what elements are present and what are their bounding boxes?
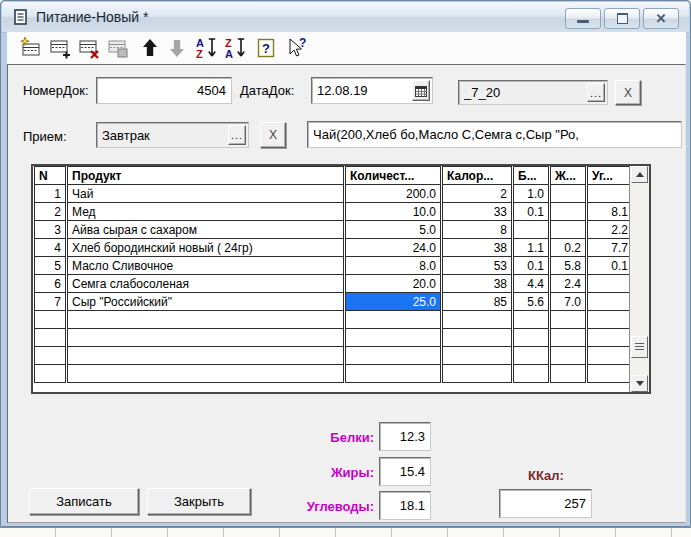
table-cell-empty[interactable]: [550, 347, 586, 365]
column-header[interactable]: Б...: [513, 166, 549, 185]
move-up-icon[interactable]: [138, 36, 162, 60]
table-cell[interactable]: [513, 221, 549, 239]
table-cell[interactable]: 2: [442, 185, 512, 203]
close-window-button[interactable]: Закрыть: [147, 488, 251, 515]
table-cell-empty[interactable]: [442, 329, 512, 347]
table-cell-empty[interactable]: [587, 365, 633, 383]
column-header[interactable]: Продукт: [67, 166, 344, 185]
table-cell[interactable]: 25.0: [345, 293, 441, 311]
table-cell-empty[interactable]: [34, 347, 66, 365]
table-cell[interactable]: 38: [442, 239, 512, 257]
meal-input[interactable]: [99, 125, 228, 145]
table-cell[interactable]: 85: [442, 293, 512, 311]
table-cell[interactable]: 8.1: [587, 203, 633, 221]
table-cell[interactable]: 0.1: [587, 257, 633, 275]
close-button[interactable]: ✕: [643, 8, 679, 29]
table-cell-empty[interactable]: [587, 347, 633, 365]
table-cell[interactable]: 7.7: [587, 239, 633, 257]
meal-clear-button[interactable]: X: [260, 122, 286, 148]
table-cell[interactable]: 0.1: [513, 257, 549, 275]
table-cell[interactable]: 1.0: [513, 185, 549, 203]
table-cell[interactable]: Хлеб бородинский новый ( 24гр): [67, 239, 344, 257]
table-cell[interactable]: 7.0: [550, 293, 586, 311]
table-cell[interactable]: 33: [442, 203, 512, 221]
table-cell-empty[interactable]: [67, 329, 344, 347]
table-cell[interactable]: Масло Сливочное: [67, 257, 344, 275]
table-cell[interactable]: 5.0: [345, 221, 441, 239]
table-cell[interactable]: 3: [34, 221, 66, 239]
table-cell[interactable]: 53: [442, 257, 512, 275]
table-cell[interactable]: Сыр "Российский": [67, 293, 344, 311]
sort-ascending-icon[interactable]: A Z: [195, 36, 219, 60]
ration-clear-button[interactable]: X: [615, 80, 641, 105]
column-header[interactable]: N: [34, 166, 66, 185]
table-cell[interactable]: 0.1: [513, 203, 549, 221]
table-cell-empty[interactable]: [345, 329, 441, 347]
table-cell-empty[interactable]: [513, 329, 549, 347]
table-cell[interactable]: 0.2: [550, 239, 586, 257]
table-cell[interactable]: 38: [442, 275, 512, 293]
column-header[interactable]: Уг...: [587, 166, 633, 185]
ration-code-input[interactable]: [461, 83, 587, 102]
doc-date-input[interactable]: [314, 80, 410, 101]
table-cell[interactable]: Мед: [67, 203, 344, 221]
table-cell[interactable]: Чай: [67, 185, 344, 203]
scrollbar-thumb[interactable]: [631, 336, 648, 358]
table-cell[interactable]: [587, 185, 633, 203]
calendar-button[interactable]: [412, 80, 430, 101]
table-cell-empty[interactable]: [345, 365, 441, 383]
title-bar[interactable]: Питание-Новый * ✕: [2, 2, 689, 33]
vertical-scrollbar[interactable]: [629, 166, 649, 392]
ration-browse-button[interactable]: ...: [587, 83, 605, 102]
table-cell-empty[interactable]: [345, 311, 441, 329]
table-cell-empty[interactable]: [587, 311, 633, 329]
table-cell-empty[interactable]: [34, 365, 66, 383]
table-cell[interactable]: 5.8: [550, 257, 586, 275]
table-cell[interactable]: Айва сырая с сахаром: [67, 221, 344, 239]
table-cell-empty[interactable]: [587, 329, 633, 347]
table-cell-empty[interactable]: [345, 347, 441, 365]
new-record-icon[interactable]: [19, 36, 43, 60]
context-help-icon[interactable]: ?: [284, 36, 308, 60]
table-cell[interactable]: 5.6: [513, 293, 549, 311]
sort-descending-icon[interactable]: Z A: [224, 36, 248, 60]
save-button[interactable]: Записать: [29, 488, 139, 515]
composition-input[interactable]: [310, 124, 679, 145]
table-cell[interactable]: 2.2: [587, 221, 633, 239]
table-cell[interactable]: 4: [34, 239, 66, 257]
scroll-up-button[interactable]: [631, 166, 648, 183]
table-cell[interactable]: 6: [34, 275, 66, 293]
table-cell[interactable]: 24.0: [345, 239, 441, 257]
table-cell[interactable]: 200.0: [345, 185, 441, 203]
column-header[interactable]: Количест...: [345, 166, 441, 185]
table-cell[interactable]: [550, 203, 586, 221]
table-cell-empty[interactable]: [513, 365, 549, 383]
table-cell-empty[interactable]: [67, 311, 344, 329]
table-cell[interactable]: 4.4: [513, 275, 549, 293]
meal-browse-button[interactable]: ...: [228, 125, 246, 145]
table-cell[interactable]: 1: [34, 185, 66, 203]
table-cell-empty[interactable]: [513, 347, 549, 365]
table-cell-empty[interactable]: [34, 329, 66, 347]
table-cell[interactable]: 2.4: [550, 275, 586, 293]
table-cell-empty[interactable]: [550, 365, 586, 383]
table-cell[interactable]: 5: [34, 257, 66, 275]
table-cell[interactable]: [550, 185, 586, 203]
table-cell[interactable]: 8.0: [345, 257, 441, 275]
table-cell-empty[interactable]: [442, 365, 512, 383]
table-cell-empty[interactable]: [442, 311, 512, 329]
table-cell[interactable]: 10.0: [345, 203, 441, 221]
table-cell[interactable]: 7: [34, 293, 66, 311]
table-cell[interactable]: [587, 275, 633, 293]
table-cell-empty[interactable]: [34, 311, 66, 329]
scroll-down-button[interactable]: [631, 375, 648, 392]
column-header[interactable]: Ж...: [550, 166, 586, 185]
table-cell[interactable]: 1.1: [513, 239, 549, 257]
table-cell[interactable]: 20.0: [345, 275, 441, 293]
table-cell-empty[interactable]: [67, 347, 344, 365]
help-icon[interactable]: ?: [254, 36, 278, 60]
table-cell-empty[interactable]: [442, 347, 512, 365]
table-cell[interactable]: [587, 293, 633, 311]
minimize-button[interactable]: [565, 8, 601, 29]
column-header[interactable]: Калор...: [442, 166, 512, 185]
